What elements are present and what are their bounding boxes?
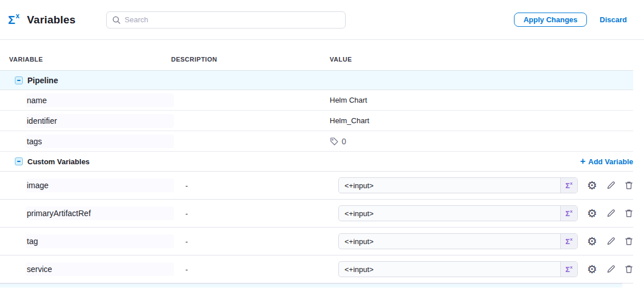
value-input[interactable]: <+input> Σx: [338, 177, 578, 193]
search-box[interactable]: [106, 11, 346, 29]
variable-name: tag: [27, 237, 38, 246]
runtime-input-toggle-icon[interactable]: Σx: [560, 262, 577, 277]
variable-name: service: [27, 265, 52, 274]
variable-description: -: [171, 209, 330, 218]
variable-name-pill: name: [26, 94, 174, 107]
custom-variables-section-row[interactable]: Custom Variables + Add Variable: [0, 152, 633, 172]
column-header-row: VARIABLE DESCRIPTION VALUE: [0, 40, 633, 70]
variable-name-pill: primaryArtifactRef: [26, 206, 174, 220]
tags-count: 0: [342, 137, 346, 146]
value-input[interactable]: <+input> Σx: [338, 233, 578, 249]
variable-name-pill: tag: [26, 234, 174, 248]
table-row-name: name Helm Chart: [0, 90, 633, 111]
column-header-value: VALUE: [330, 56, 633, 63]
variable-description: -: [171, 181, 330, 190]
variable-description: -: [171, 237, 330, 246]
settings-gear-icon[interactable]: ⚙: [587, 208, 597, 219]
column-header-description: DESCRIPTION: [171, 56, 330, 63]
collapse-icon[interactable]: [15, 157, 23, 165]
section-label-custom-variables: Custom Variables: [27, 157, 90, 166]
variable-name-pill: service: [26, 262, 174, 276]
table-row-identifier: identifier Helm_Chart: [0, 111, 633, 131]
tag-icon: [330, 137, 339, 146]
variable-name-pill: identifier: [26, 114, 174, 128]
collapse-icon[interactable]: [15, 76, 23, 84]
settings-gear-icon[interactable]: ⚙: [587, 263, 597, 275]
edit-pencil-icon[interactable]: [606, 237, 615, 246]
settings-gear-icon[interactable]: ⚙: [587, 236, 597, 247]
table-row-tags: tags 0: [0, 131, 633, 152]
runtime-input-toggle-icon[interactable]: Σx: [560, 234, 577, 249]
plus-icon: +: [580, 157, 585, 166]
section-label-pipeline: Pipeline: [27, 76, 58, 85]
variable-name: tags: [27, 137, 42, 146]
variable-value: Helm Chart: [330, 96, 367, 104]
variables-sigma-icon: Σx: [8, 14, 19, 26]
header-bar: Σx Variables Apply Changes Discard: [0, 0, 644, 40]
next-section-row-partial: [0, 283, 622, 287]
variables-table: VARIABLE DESCRIPTION VALUE Pipeline name…: [0, 40, 644, 287]
page-title: Variables: [27, 14, 75, 26]
value-input[interactable]: <+input> Σx: [338, 261, 578, 277]
runtime-input-toggle-icon[interactable]: Σx: [560, 206, 577, 221]
edit-pencil-icon[interactable]: [606, 209, 615, 218]
variable-name: name: [27, 96, 47, 105]
table-row-service: service - <+input> Σx ⚙: [0, 255, 633, 283]
search-input[interactable]: [125, 15, 339, 24]
value-input[interactable]: <+input> Σx: [338, 205, 578, 221]
variable-name: identifier: [27, 116, 57, 125]
delete-trash-icon[interactable]: [625, 265, 633, 274]
search-icon: [112, 16, 120, 24]
variable-name-pill: tags: [26, 135, 174, 148]
apply-changes-button[interactable]: Apply Changes: [514, 13, 588, 27]
table-row-tag: tag - <+input> Σx ⚙: [0, 228, 633, 255]
table-row-image: image - <+input> Σx ⚙: [0, 172, 633, 200]
edit-pencil-icon[interactable]: [606, 181, 615, 190]
variable-name: image: [27, 181, 48, 190]
delete-trash-icon[interactable]: [625, 237, 633, 246]
settings-gear-icon[interactable]: ⚙: [587, 180, 597, 191]
variable-value: Helm_Chart: [330, 116, 369, 125]
add-variable-button[interactable]: + Add Variable: [580, 157, 633, 166]
variable-name-pill: image: [26, 179, 174, 192]
pipeline-section-row[interactable]: Pipeline: [0, 70, 633, 90]
delete-trash-icon[interactable]: [625, 209, 633, 218]
edit-pencil-icon[interactable]: [606, 265, 615, 274]
runtime-input-toggle-icon[interactable]: Σx: [560, 178, 577, 193]
column-header-variable: VARIABLE: [9, 56, 171, 63]
variable-name: primaryArtifactRef: [27, 209, 91, 218]
table-row-primaryArtifactRef: primaryArtifactRef - <+input> Σx ⚙: [0, 200, 633, 228]
delete-trash-icon[interactable]: [625, 181, 633, 190]
variable-description: -: [171, 265, 330, 274]
discard-button[interactable]: Discard: [600, 15, 627, 24]
